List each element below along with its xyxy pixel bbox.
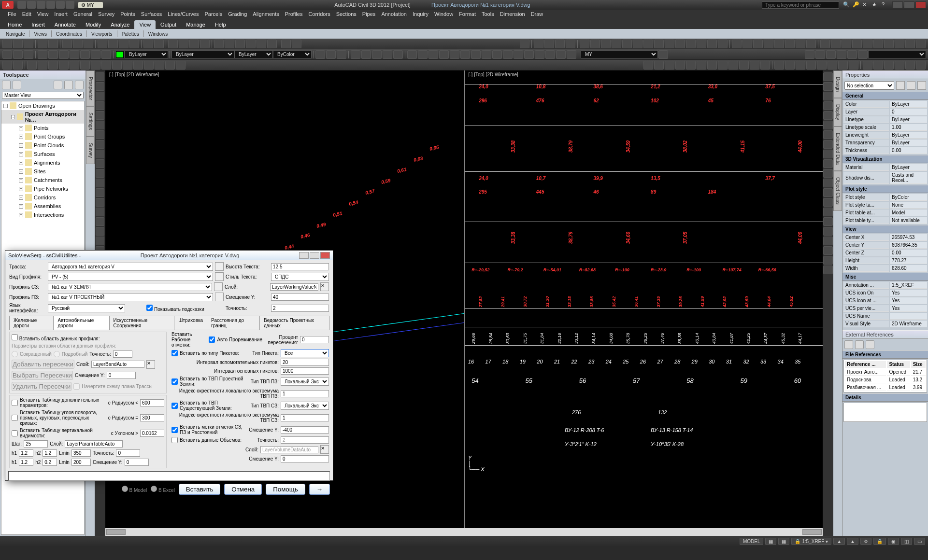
vs-hidden-icon[interactable] <box>796 61 805 70</box>
ribbon-panel-viewports[interactable]: Viewports <box>91 31 113 37</box>
ribbon-panel-navigate[interactable]: Navigate <box>6 31 25 37</box>
osnap-mid-icon[interactable] <box>38 61 47 70</box>
prop-row[interactable]: Plot styleByColor <box>843 194 927 201</box>
sb-anno-vis-icon[interactable]: ▲ <box>847 538 858 545</box>
dlg-tab[interactable]: Ведомость Проектных данных <box>259 316 329 330</box>
fillet2-icon[interactable] <box>823 217 833 226</box>
tbl-precision-input[interactable] <box>116 449 140 457</box>
dim-aligned-icon[interactable] <box>590 40 600 48</box>
id-icon[interactable] <box>393 50 403 59</box>
new-icon[interactable] <box>2 40 12 48</box>
select-objects-icon[interactable] <box>907 81 915 90</box>
workspace-selector[interactable]: ⚙ MY <box>78 2 103 8</box>
search-icon[interactable]: 🔍 <box>843 1 850 8</box>
scale-icon[interactable] <box>482 50 491 59</box>
osnap-end-icon[interactable] <box>27 61 37 70</box>
prop-value[interactable]: 0.00 <box>890 147 927 154</box>
toolspace-header[interactable]: Toolspace <box>0 70 86 79</box>
osnap-perp-icon[interactable] <box>112 61 122 70</box>
favorite-icon[interactable]: ★ <box>872 1 879 8</box>
toolspace-view-select[interactable]: Master View <box>2 92 84 99</box>
properties-tab-extended-data[interactable]: Extended Data <box>833 126 842 171</box>
prop-row[interactable]: Center X265974.53 <box>843 234 927 241</box>
menu-draw[interactable]: Draw <box>531 11 543 17</box>
gradient-icon[interactable] <box>96 208 104 216</box>
offset-icon[interactable] <box>439 50 449 59</box>
ucs-3p-icon[interactable] <box>728 61 738 70</box>
zoom-prev-icon[interactable] <box>200 40 210 48</box>
leader-icon[interactable] <box>665 40 674 48</box>
copy-obj-icon[interactable] <box>418 50 428 59</box>
text-height-input[interactable] <box>271 263 329 270</box>
menu-pipes[interactable]: Pipes <box>362 11 376 17</box>
dlg-tab[interactable]: Расстояния до границ <box>207 316 260 330</box>
undo-icon[interactable] <box>143 40 153 48</box>
join-icon[interactable] <box>535 50 544 59</box>
prop-value[interactable]: 6087664.35 <box>890 242 927 249</box>
zoom-rt-icon[interactable] <box>805 50 814 59</box>
layer-off-icon[interactable] <box>38 50 47 59</box>
prop-row[interactable]: Width628.60 <box>843 265 927 272</box>
justify-icon[interactable] <box>796 40 805 48</box>
dim-diameter-icon[interactable] <box>643 40 653 48</box>
list-icon[interactable] <box>383 50 392 59</box>
chk-band[interactable] <box>12 334 18 340</box>
ellipse-icon[interactable] <box>96 159 104 168</box>
xref-help-icon[interactable] <box>866 340 874 349</box>
tree-node-alignments[interactable]: +Alignments <box>1 158 84 167</box>
maximize-button[interactable] <box>904 1 914 8</box>
layer-clear-icon[interactable]: ✕ <box>320 282 329 291</box>
vol-layer-clear-icon[interactable]: ✕ <box>320 445 329 454</box>
profile-pz-select[interactable]: №1 кат V ПРОЕКТНЫЙ <box>48 293 213 301</box>
text-single-icon[interactable] <box>742 40 752 48</box>
prop-section-3d-visualization[interactable]: 3D Visualization <box>842 155 928 163</box>
prop-value[interactable]: Yes <box>890 305 927 312</box>
blend-icon[interactable] <box>823 227 833 236</box>
prop-section-view[interactable]: View <box>842 225 928 233</box>
prop-row[interactable]: TransparencyByLayer <box>843 140 927 146</box>
prop-value[interactable]: 778.27 <box>890 257 927 264</box>
spell-icon[interactable] <box>764 40 773 48</box>
chk-auto-thin[interactable] <box>209 336 215 343</box>
explode-icon[interactable] <box>567 50 576 59</box>
dlg-tab[interactable]: Автомобильные дороги <box>53 316 109 330</box>
tree-node-intersections[interactable]: +Intersections <box>1 210 84 219</box>
design-center-icon[interactable] <box>225 40 234 48</box>
dim-linear-icon[interactable] <box>580 40 589 48</box>
zoom-ext-icon[interactable] <box>847 50 857 59</box>
text-mtext-icon[interactable] <box>732 40 742 48</box>
cancel-button[interactable]: Отмена <box>224 484 262 495</box>
materials-icon[interactable] <box>884 61 894 70</box>
setvar-icon[interactable] <box>823 246 833 255</box>
toolspace-tab-settings[interactable]: Settings <box>86 106 95 136</box>
plot-icon[interactable] <box>62 40 72 48</box>
dialog-title-bar[interactable]: SoloViewSerg - ssCivilUtilites - Проект … <box>5 251 333 260</box>
zoom-center-icon[interactable] <box>858 50 868 59</box>
ucs-icon[interactable]: Y│└── X <box>468 455 485 472</box>
measure-mass-icon[interactable] <box>372 50 382 59</box>
zoom-window-icon[interactable] <box>189 40 199 48</box>
chk-volumes[interactable] <box>171 437 178 443</box>
dlg-tab[interactable]: Штриховка <box>174 316 207 330</box>
explode2-icon[interactable] <box>823 237 833 245</box>
zoom-out-icon[interactable] <box>826 50 836 59</box>
scrollbar-thumb[interactable] <box>802 529 822 535</box>
profile-sz-pick-icon[interactable] <box>214 282 223 291</box>
menu-annotation[interactable]: Annotation <box>381 11 407 17</box>
view-sw-icon[interactable] <box>884 40 894 48</box>
prop-value[interactable]: 265974.53 <box>890 234 927 241</box>
text-style-select[interactable]: СПДС <box>271 273 329 281</box>
xref-row[interactable]: Проект Авто...Opened21.7 <box>845 369 926 376</box>
sheet-set-icon[interactable] <box>246 40 256 48</box>
copy-icon[interactable] <box>108 40 118 48</box>
open-icon[interactable] <box>13 40 23 48</box>
layer-manager-icon[interactable] <box>2 50 12 59</box>
erase2-icon[interactable] <box>823 72 833 81</box>
setvar2-icon[interactable] <box>823 256 833 265</box>
next-button[interactable]: → <box>309 484 330 495</box>
tree-node-corridors[interactable]: +Corridors <box>1 193 84 202</box>
xref-row[interactable]: ПодосноваLoaded13.2 <box>845 377 926 383</box>
render-icon[interactable] <box>863 61 872 70</box>
array2-icon[interactable] <box>823 111 833 120</box>
step-input[interactable] <box>24 440 48 448</box>
